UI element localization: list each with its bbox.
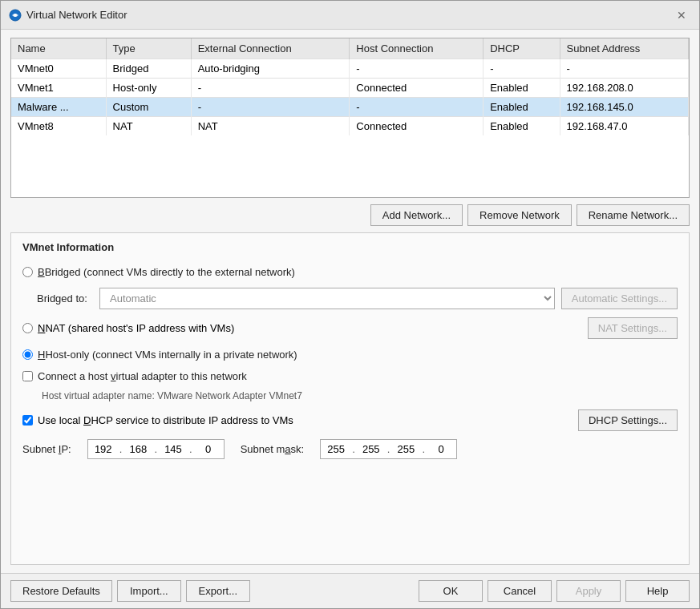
table-cell: VMnet1 [11, 79, 106, 98]
table-row[interactable]: VMnet8NATNATConnectedEnabled192.168.47.0 [11, 117, 689, 136]
bridged-to-label: Bridged to: [37, 292, 93, 304]
table-cell: Malware ... [11, 98, 106, 117]
table-cell: Bridged [106, 59, 191, 79]
add-network-button[interactable]: Add Network... [370, 204, 463, 226]
import-button[interactable]: Import... [117, 580, 181, 602]
table-cell: Enabled [484, 79, 560, 98]
connect-adapter-checkbox-row: Connect a host virtual adapter to this n… [22, 370, 678, 382]
subnet-mask-octet2[interactable] [356, 440, 386, 458]
network-action-buttons: Add Network... Remove Network Rename Net… [10, 204, 690, 226]
subnet-ip-input-group: . . . [87, 439, 225, 459]
network-table-wrapper: Name Type External Connection Host Conne… [10, 38, 690, 198]
bridged-to-row: Bridged to: Automatic Automatic Settings… [37, 288, 678, 309]
col-name: Name [11, 38, 106, 59]
subnet-ip-label: Subnet IP: [22, 443, 71, 455]
subnet-mask-octet1[interactable] [321, 440, 351, 458]
nat-radio-label[interactable]: NNAT (shared host's IP address with VMs) [38, 322, 234, 334]
bridged-radio-row: BBridged (connect VMs directly to the ex… [22, 266, 678, 278]
col-host: Host Connection [350, 38, 484, 59]
main-window: Virtual Network Editor ✕ Name Type Exter… [0, 0, 700, 609]
table-cell: VMnet0 [11, 59, 106, 79]
table-cell: VMnet8 [11, 117, 106, 136]
dhcp-checkbox[interactable] [22, 415, 33, 425]
table-cell: - [484, 59, 560, 79]
col-external: External Connection [191, 38, 350, 59]
col-type: Type [106, 38, 191, 59]
subnet-row: Subnet IP: . . . Subnet mask: . . [22, 439, 678, 459]
bridged-radio[interactable] [22, 267, 33, 277]
cancel-button[interactable]: Cancel [488, 580, 552, 602]
subnet-ip-octet3[interactable] [158, 440, 188, 458]
table-cell: Connected [350, 79, 484, 98]
subnet-ip-octet4[interactable] [193, 440, 224, 458]
table-cell: - [350, 98, 484, 117]
vmnet-section-title: VMnet Information [22, 241, 678, 253]
title-bar: Virtual Network Editor ✕ [1, 1, 699, 30]
table-cell: - [350, 59, 484, 79]
connect-adapter-checkbox[interactable] [22, 371, 33, 381]
table-header-row: Name Type External Connection Host Conne… [11, 38, 689, 59]
rename-network-button[interactable]: Rename Network... [577, 204, 690, 226]
subnet-ip-octet2[interactable] [123, 440, 153, 458]
adapter-name-label: Host virtual adapter name: VMware Networ… [42, 390, 678, 401]
col-dhcp: DHCP [484, 38, 560, 59]
export-button[interactable]: Export... [186, 580, 250, 602]
nat-settings-button[interactable]: NAT Settings... [588, 317, 678, 339]
network-table: Name Type External Connection Host Conne… [11, 38, 689, 135]
table-cell: Host-only [106, 79, 191, 98]
host-only-radio-label[interactable]: HHost-only (connect VMs internally in a … [38, 349, 297, 361]
subnet-mask-input-group: . . . [320, 439, 457, 459]
table-cell: Connected [350, 117, 484, 136]
restore-defaults-button[interactable]: Restore Defaults [10, 580, 112, 602]
vmnet-info-section: VMnet Information BBridged (connect VMs … [10, 232, 690, 565]
table-cell: - [191, 98, 350, 117]
table-cell: - [191, 79, 350, 98]
table-cell: Enabled [484, 117, 560, 136]
app-icon [9, 9, 22, 22]
subnet-ip-octet1[interactable] [88, 440, 119, 458]
host-only-radio-row: HHost-only (connect VMs internally in a … [22, 349, 678, 361]
host-only-radio[interactable] [22, 349, 33, 360]
subnet-mask-label: Subnet mask: [241, 443, 305, 455]
table-row[interactable]: VMnet1Host-only-ConnectedEnabled192.168.… [11, 79, 689, 98]
svg-point-1 [14, 14, 17, 17]
table-cell: NAT [106, 117, 191, 136]
bridged-radio-label[interactable]: BBridged (connect VMs directly to the ex… [38, 266, 295, 278]
ok-button[interactable]: OK [419, 580, 483, 602]
connect-adapter-label[interactable]: Connect a host virtual adapter to this n… [38, 370, 247, 382]
nat-radio[interactable] [22, 323, 33, 333]
table-row[interactable]: VMnet0BridgedAuto-bridging--- [11, 59, 689, 79]
table-cell: - [560, 59, 688, 79]
table-cell: NAT [191, 117, 350, 136]
dhcp-settings-button[interactable]: DHCP Settings... [578, 409, 678, 431]
bottom-bar: Restore Defaults Import... Export... OK … [1, 573, 699, 608]
subnet-mask-octet3[interactable] [390, 440, 421, 458]
subnet-mask-octet4[interactable] [426, 440, 456, 458]
col-subnet: Subnet Address [560, 38, 688, 59]
table-cell: Custom [106, 98, 191, 117]
auto-settings-button[interactable]: Automatic Settings... [561, 288, 678, 309]
dhcp-row: Use local DHCP service to distribute IP … [22, 409, 678, 431]
apply-button[interactable]: Apply [556, 580, 621, 602]
table-cell: Auto-bridging [191, 59, 350, 79]
table-cell: 192.168.208.0 [560, 79, 688, 98]
help-button[interactable]: Help [625, 580, 690, 602]
dhcp-label[interactable]: Use local DHCP service to distribute IP … [38, 414, 293, 426]
table-cell: Enabled [484, 98, 560, 117]
nat-radio-row: NNAT (shared host's IP address with VMs)… [22, 317, 678, 339]
table-row[interactable]: Malware ...Custom--Enabled192.168.145.0 [11, 98, 689, 117]
table-cell: 192.168.47.0 [560, 117, 688, 136]
bridged-to-select[interactable]: Automatic [99, 288, 555, 309]
table-cell: 192.168.145.0 [560, 98, 688, 117]
main-content: Name Type External Connection Host Conne… [1, 30, 699, 573]
close-button[interactable]: ✕ [672, 6, 691, 25]
window-title: Virtual Network Editor [26, 9, 127, 21]
remove-network-button[interactable]: Remove Network [467, 204, 572, 226]
